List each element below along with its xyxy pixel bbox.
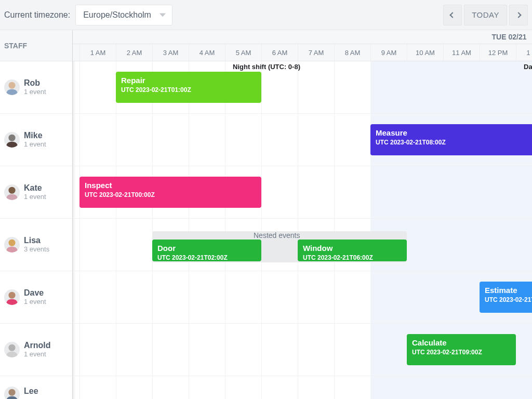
staff-row[interactable]: Lee: [0, 376, 72, 399]
event[interactable]: WindowUTC 2023-02-21T06:00Z: [298, 240, 407, 261]
date-nav-group: TODAY: [443, 5, 528, 25]
svg-point-7: [8, 240, 15, 246]
avatar: [4, 132, 20, 148]
event-title: Measure: [376, 128, 532, 138]
hour-cell: 3 AM: [152, 44, 189, 61]
chevron-left-icon: [450, 12, 456, 18]
event-subtitle: UTC 2023-02-21T00:00Z: [85, 191, 256, 198]
hour-cell: 8 AM: [334, 44, 370, 61]
chevron-right-icon: [515, 12, 521, 18]
avatar: [4, 342, 20, 357]
lane[interactable]: [73, 271, 532, 324]
event-subtitle: UTC 2023-02-21T06:00Z: [303, 254, 402, 261]
event-title: Calculate: [412, 338, 511, 348]
next-button[interactable]: [509, 5, 528, 25]
staff-row[interactable]: Arnold1 event: [0, 324, 72, 376]
staff-row[interactable]: Dave1 event: [0, 271, 72, 324]
event-title: Estimate: [485, 286, 532, 295]
staff-name: Lisa: [24, 236, 49, 245]
event-subtitle: UTC 2023-02-21T11:00Z: [485, 296, 532, 303]
staff-name: Lee: [24, 387, 38, 396]
timezone-select[interactable]: Europe/Stockholm: [75, 5, 172, 25]
event[interactable]: DoorUTC 2023-02-21T02:00Z: [152, 240, 261, 261]
hour-cell: 12 PM: [480, 44, 516, 61]
nested-event-label: Nested events: [254, 231, 300, 240]
prev-button[interactable]: [443, 5, 462, 25]
lane[interactable]: [73, 376, 532, 399]
hour-cell: 7 AM: [298, 44, 334, 61]
event-title: Repair: [121, 76, 256, 85]
hour-cell: 11 AM: [443, 44, 480, 61]
staff-sub: 1 event: [24, 351, 51, 358]
staff-row[interactable]: Kate1 event: [0, 166, 72, 219]
staff-name: Arnold: [24, 341, 51, 350]
staff-sub: 3 events: [24, 246, 49, 254]
staff-sidebar: STAFF Rob1 eventMike1 eventKate1 eventLi…: [0, 30, 73, 399]
staff-name: Mike: [24, 131, 46, 140]
staff-sub: 1 event: [24, 298, 46, 306]
svg-point-5: [8, 187, 15, 194]
staff-row[interactable]: Rob1 event: [0, 61, 72, 114]
event-subtitle: UTC 2023-02-21T09:00Z: [412, 349, 511, 356]
staff-name: Dave: [24, 288, 46, 298]
avatar: [4, 237, 20, 252]
lanes: Night shift (UTC: 0-8)Day shift (UTC: 8-…: [73, 61, 532, 399]
timeline[interactable]: TUE 02/21 1 AM2 AM3 AM4 AM5 AM6 AM7 AM8 …: [73, 30, 532, 399]
event[interactable]: InspectUTC 2023-02-21T00:00Z: [79, 177, 261, 208]
hour-cell: 2 AM: [116, 44, 152, 61]
staff-sub: 1 event: [24, 141, 46, 149]
avatar: [4, 79, 20, 95]
hour-cell: 4 AM: [189, 44, 225, 61]
sidebar-header: STAFF: [0, 30, 72, 61]
event[interactable]: EstimateUTC 2023-02-21T11:00Z: [480, 282, 532, 313]
event-subtitle: UTC 2023-02-21T01:00Z: [121, 86, 256, 94]
topbar: Current timezone: Europe/Stockholm TODAY: [0, 0, 532, 30]
event[interactable]: RepairUTC 2023-02-21T01:00Z: [116, 72, 261, 103]
staff-row[interactable]: Mike1 event: [0, 114, 72, 166]
staff-name: Rob: [24, 78, 46, 88]
event-title: Inspect: [85, 181, 256, 190]
svg-point-13: [8, 389, 15, 396]
hour-cell: 5 AM: [225, 44, 261, 61]
svg-point-3: [8, 135, 15, 141]
staff-name: Kate: [24, 183, 46, 193]
hour-cell: 1 AM: [79, 44, 116, 61]
avatar: [4, 289, 20, 305]
hour-cell: 1 PM: [516, 44, 532, 61]
today-button[interactable]: TODAY: [464, 5, 507, 25]
event-title: Door: [157, 244, 256, 253]
timezone-label: Current timezone:: [4, 10, 70, 20]
staff-sub: 1 event: [24, 193, 46, 201]
event[interactable]: MeasureUTC 2023-02-21T08:00Z: [370, 124, 532, 155]
hour-cell: 6 AM: [261, 44, 298, 61]
event-title: Window: [303, 244, 402, 253]
svg-point-1: [8, 82, 15, 89]
avatar: [4, 184, 20, 200]
hour-cell: 10 AM: [407, 44, 443, 61]
svg-point-11: [8, 344, 15, 351]
avatar: [4, 387, 20, 399]
event-subtitle: UTC 2023-02-21T08:00Z: [376, 139, 532, 146]
event-subtitle: UTC 2023-02-21T02:00Z: [157, 254, 256, 261]
hour-cell: 9 AM: [370, 44, 407, 61]
staff-row[interactable]: Lisa3 events: [0, 219, 72, 271]
timezone-select-value: Europe/Stockholm: [83, 10, 151, 20]
caret-down-icon: [159, 13, 166, 17]
date-header: TUE 02/21: [73, 30, 532, 44]
staff-sub: 1 event: [24, 88, 46, 96]
svg-point-9: [8, 292, 15, 299]
event[interactable]: CalculateUTC 2023-02-21T09:00Z: [407, 334, 516, 365]
hours-row: 1 AM2 AM3 AM4 AM5 AM6 AM7 AM8 AM9 AM10 A…: [73, 44, 532, 61]
day-shift-label: Day shift (UTC: 8-16): [524, 63, 532, 71]
